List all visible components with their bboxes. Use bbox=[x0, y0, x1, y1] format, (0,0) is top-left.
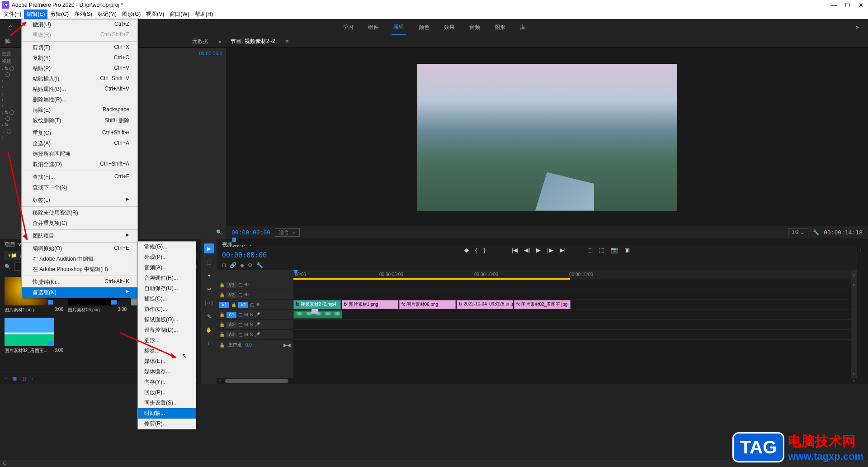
edit-menu-item[interactable]: 标签(L)▶ bbox=[22, 195, 137, 205]
edit-menu-item[interactable]: 查找下一个(N) bbox=[22, 182, 137, 193]
play-icon[interactable]: ▶ bbox=[536, 247, 541, 253]
panel-menu-icon[interactable]: ≡ bbox=[285, 38, 288, 45]
track-a3[interactable]: 🔒A3▢MS🎤 bbox=[217, 330, 293, 340]
edit-menu-item[interactable]: 删除属性(R)... bbox=[22, 95, 137, 105]
ws-assembly[interactable]: 组件 bbox=[366, 20, 381, 35]
edit-menu-item[interactable]: 在 Adobe Audition 中编辑 bbox=[22, 254, 137, 264]
pen-tool[interactable]: ✎ bbox=[204, 311, 214, 321]
settings-icon[interactable]: ⚙ bbox=[248, 262, 253, 268]
prefs-menu-item[interactable]: 修剪(R)... bbox=[138, 419, 196, 429]
edit-menu-item[interactable]: 合并重复项(C) bbox=[22, 218, 137, 229]
track-v1[interactable]: V1🔒V1▢👁 bbox=[217, 300, 293, 310]
prefs-menu-item[interactable]: 图形... bbox=[138, 335, 196, 346]
tab-metadata[interactable]: 元数据 bbox=[192, 38, 208, 45]
slip-tool[interactable]: |↔| bbox=[204, 298, 214, 308]
menu-edit[interactable]: 编辑(E) bbox=[24, 10, 47, 19]
maximize-button[interactable]: ☐ bbox=[845, 2, 850, 9]
wrench-icon[interactable]: 🔧 bbox=[256, 262, 263, 268]
edit-menu-item[interactable]: 剪切(T)Ctrl+X bbox=[22, 43, 137, 53]
track-select-tool[interactable]: ⬚ bbox=[204, 257, 214, 267]
prefs-menu-item[interactable]: 回放(P)... bbox=[138, 387, 196, 398]
prefs-menu-item[interactable]: 标签... bbox=[138, 346, 196, 356]
lift-icon[interactable]: ⬚ bbox=[587, 247, 593, 253]
edit-menu-item[interactable]: 移除未使用资源(R) bbox=[22, 208, 137, 218]
go-to-out-icon[interactable]: ▶| bbox=[560, 247, 566, 253]
menu-clip[interactable]: 剪辑(C) bbox=[47, 10, 71, 19]
prefs-menu-item[interactable]: 音频(A)... bbox=[138, 262, 196, 273]
prefs-menu-item[interactable]: 外观(P)... bbox=[138, 252, 196, 262]
edit-menu-item[interactable]: 编辑原始(O)Ctrl+E bbox=[22, 243, 137, 254]
selection-tool[interactable]: ▶ bbox=[204, 243, 214, 253]
step-back-icon[interactable]: ◀| bbox=[524, 247, 530, 253]
timeline-clip[interactable]: fx 图片素材1.png bbox=[342, 300, 398, 309]
menu-view[interactable]: 视图(V) bbox=[143, 10, 167, 19]
track-v3[interactable]: 🔒V3▢👁 bbox=[217, 280, 293, 290]
timeline-clip[interactable]: fx 图片素材02_看图王.jpg bbox=[514, 300, 571, 309]
menu-marker[interactable]: 标记(M) bbox=[95, 10, 119, 19]
edit-menu-item[interactable]: 全选(A)Ctrl+A bbox=[22, 138, 137, 149]
search-icon[interactable]: 🔍 bbox=[5, 264, 11, 270]
tab-source[interactable]: 源: bbox=[5, 38, 11, 45]
timeline-ruler[interactable]: :00:00 00:00:05:00 00:00:10:00 00:00:15:… bbox=[293, 270, 851, 280]
edit-menu-item[interactable]: 粘贴(P)Ctrl+V bbox=[22, 63, 137, 74]
menu-graphics[interactable]: 图形(G) bbox=[119, 10, 143, 19]
in-point-icon[interactable]: { bbox=[475, 247, 477, 253]
ws-audio[interactable]: 音频 bbox=[467, 20, 482, 35]
edit-menu-item[interactable]: 粘贴属性(B)...Ctrl+Alt+V bbox=[22, 84, 137, 95]
edit-menu-item[interactable]: 在 Adobe Photoshop 中编辑(H) bbox=[22, 264, 137, 275]
freeform-view-icon[interactable]: ◫ bbox=[21, 376, 26, 381]
menu-sequence[interactable]: 序列(S) bbox=[71, 10, 95, 19]
prefs-menu-item[interactable]: 内存(Y)... bbox=[138, 377, 196, 387]
edit-menu-item[interactable]: 复制(Y)Ctrl+C bbox=[22, 53, 137, 63]
razor-tool[interactable]: ✂ bbox=[204, 284, 214, 294]
marker-icon[interactable]: ◆ bbox=[240, 262, 244, 268]
wrench-icon[interactable]: 🔧 bbox=[813, 229, 819, 235]
ws-graphics[interactable]: 图形 bbox=[493, 20, 507, 35]
go-to-in-icon[interactable]: |◀ bbox=[512, 247, 518, 253]
track-v2[interactable]: 🔒V2▢👁 bbox=[217, 290, 293, 300]
edit-menu-item[interactable]: 重复(C)Ctrl+Shift+/ bbox=[22, 128, 137, 138]
minimize-button[interactable]: — bbox=[831, 2, 837, 9]
edit-menu-item[interactable]: 取消全选(D)Ctrl+Shift+A bbox=[22, 159, 137, 170]
edit-menu-item[interactable]: 查找(F)...Ctrl+F bbox=[22, 172, 137, 182]
menu-window[interactable]: 窗口(W) bbox=[167, 10, 192, 19]
project-thumb[interactable]: 图片素材02_看图王...3:00 bbox=[5, 318, 63, 354]
scroll-handle[interactable]: ○ bbox=[851, 270, 857, 280]
prefs-menu-item[interactable]: 操纵面板(O)... bbox=[138, 315, 196, 325]
prefs-menu-item[interactable]: 设备控制(D)... bbox=[138, 325, 196, 335]
scroll-handle[interactable]: ○ bbox=[853, 282, 856, 287]
scale-dropdown[interactable]: 1/2 ⌄ bbox=[788, 229, 808, 236]
marker-icon[interactable]: ◆ bbox=[464, 247, 469, 253]
comparison-icon[interactable]: ▣ bbox=[624, 247, 630, 253]
edit-menu-item[interactable]: 选择所有匹配项 bbox=[22, 149, 137, 159]
edit-menu-item[interactable]: 首选项(N)▶ bbox=[22, 287, 137, 298]
prefs-menu-item[interactable]: 捕捉(C)... bbox=[138, 294, 196, 304]
master-track[interactable]: 🔒主声道0.0▶◀ bbox=[217, 340, 293, 350]
timeline-audio-clip[interactable] bbox=[293, 310, 342, 319]
ws-color[interactable]: 颜色 bbox=[417, 20, 431, 35]
scroll-handle[interactable]: ○ bbox=[853, 371, 856, 376]
prefs-menu-item[interactable]: 同步设置(S)... bbox=[138, 398, 196, 408]
button-editor-icon[interactable]: + bbox=[859, 247, 863, 253]
zoom-slider[interactable]: ○── bbox=[30, 376, 40, 381]
ws-effects[interactable]: 效果 bbox=[442, 20, 457, 35]
program-timecode[interactable]: 00:00:00:00 bbox=[231, 229, 270, 236]
out-point-icon[interactable]: } bbox=[483, 247, 485, 253]
zoom-icon[interactable]: 🔍 bbox=[216, 229, 222, 235]
icon-view-icon[interactable]: ▦ bbox=[12, 376, 17, 381]
program-title[interactable]: 节目: 视频素材2~2 bbox=[231, 38, 275, 45]
menu-help[interactable]: 帮助(H) bbox=[192, 10, 216, 19]
edit-menu-item[interactable]: 快捷键(K)...Ctrl+Alt+K bbox=[22, 277, 137, 287]
link-icon[interactable]: 🔗 bbox=[230, 262, 236, 268]
edit-menu-item[interactable]: 撤消(U)Ctrl+Z bbox=[22, 19, 137, 30]
prefs-menu-item[interactable]: 协作(C)... bbox=[138, 304, 196, 315]
prefs-menu-item[interactable]: 常规(G)... bbox=[138, 242, 196, 252]
workspace-overflow-icon[interactable]: » bbox=[856, 24, 859, 30]
edit-menu-item[interactable]: 清除(E)Backspace bbox=[22, 105, 137, 115]
step-forward-icon[interactable]: |▶ bbox=[547, 247, 553, 253]
timeline-clips-area[interactable]: fx 视频素材2~2.mp4 fx 图片素材1.png fx 图片素材06.pn… bbox=[293, 280, 851, 378]
edit-menu-item[interactable]: 团队项目▶ bbox=[22, 231, 137, 241]
track-a2[interactable]: 🔒A2▢MS🎤 bbox=[217, 320, 293, 330]
close-button[interactable]: ✕ bbox=[859, 2, 863, 9]
track-a1[interactable]: 🔒A1▢MS🎤 bbox=[217, 310, 293, 320]
